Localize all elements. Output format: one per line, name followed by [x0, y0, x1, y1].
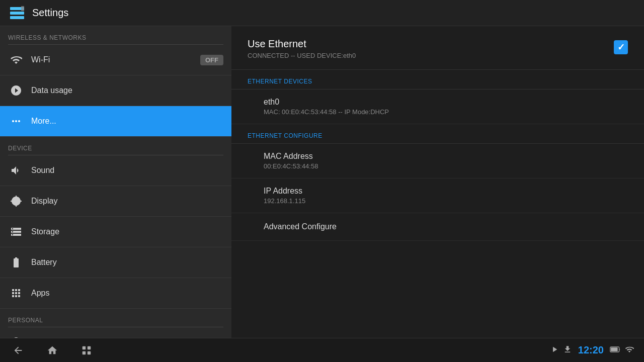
wifi-icon: [8, 52, 24, 68]
apps-icon: [8, 285, 24, 301]
sidebar-item-battery[interactable]: Battery: [0, 247, 231, 278]
display-icon: [8, 193, 24, 209]
sidebar-item-sound[interactable]: Sound: [0, 155, 231, 186]
main-layout: WIRELESS & NETWORKS Wi-Fi OFF Data usage: [0, 26, 644, 338]
content-header-text: Use Ethernet CONNECTED -- USED DEVICE:et…: [248, 38, 356, 59]
content-panel: Use Ethernet CONNECTED -- USED DEVICE:et…: [231, 26, 644, 338]
data-usage-label: Data usage: [31, 86, 223, 95]
battery-label: Battery: [31, 258, 223, 267]
home-button[interactable]: [44, 342, 60, 358]
sound-icon: [8, 162, 24, 178]
more-icon: [8, 113, 24, 129]
location-icon: [8, 334, 24, 338]
eth0-row: eth0 MAC: 00:E0:4C:53:44:58 -- IP Mode:D…: [231, 89, 644, 124]
mac-address-value: 00:E0:4C:53:44:58: [264, 162, 628, 170]
section-header-wireless: WIRELESS & NETWORKS: [0, 26, 231, 44]
content-subtitle: CONNECTED -- USED DEVICE:eth0: [248, 52, 356, 59]
content-title: Use Ethernet: [248, 38, 356, 50]
sidebar-item-apps[interactable]: Apps: [0, 278, 231, 309]
sidebar-item-data-usage[interactable]: Data usage: [0, 75, 231, 106]
sidebar-item-location[interactable]: Location services: [0, 327, 231, 338]
recents-button[interactable]: [78, 342, 95, 358]
wifi-label: Wi-Fi: [31, 55, 200, 64]
status-icons: [550, 345, 572, 356]
section-header-device: DEVICE: [0, 137, 231, 155]
storage-icon: [8, 224, 24, 240]
time-display: 12:20: [578, 344, 604, 356]
section-label-ethernet-configure: ETHERNET CONFIGURE: [231, 124, 644, 144]
svg-rect-2: [10, 16, 24, 19]
eth0-subtitle: MAC: 00:E0:4C:53:44:58 -- IP Mode:DHCP: [264, 108, 628, 116]
sidebar: WIRELESS & NETWORKS Wi-Fi OFF Data usage: [0, 26, 231, 338]
svg-rect-5: [88, 346, 91, 349]
nav-buttons: [10, 342, 95, 358]
ip-address-title: IP Address: [264, 187, 628, 196]
sidebar-item-more[interactable]: More...: [0, 106, 231, 137]
apps-label: Apps: [31, 289, 223, 298]
download-icon: [563, 345, 572, 356]
wifi-toggle[interactable]: OFF: [200, 55, 223, 65]
svg-rect-7: [88, 351, 91, 354]
section-header-personal: PERSONAL: [0, 309, 231, 327]
content-header: Use Ethernet CONNECTED -- USED DEVICE:et…: [231, 26, 644, 70]
display-label: Display: [31, 197, 223, 206]
top-bar: Settings: [0, 0, 644, 26]
battery-signal-icons: [610, 345, 634, 356]
app-icon: [8, 4, 26, 22]
back-button[interactable]: [10, 342, 26, 358]
ethernet-checkbox[interactable]: [614, 40, 628, 54]
eth0-title: eth0: [264, 98, 628, 107]
mac-address-title: MAC Address: [264, 152, 628, 161]
storage-label: Storage: [31, 227, 223, 236]
advanced-configure-row[interactable]: Advanced Configure: [231, 213, 644, 241]
svg-rect-6: [83, 351, 86, 354]
battery-status-icon: [610, 345, 621, 355]
ip-address-row: IP Address 192.168.1.115: [231, 178, 644, 213]
advanced-configure-label: Advanced Configure: [264, 222, 628, 231]
svg-rect-3: [21, 6, 24, 11]
sidebar-item-display[interactable]: Display: [0, 186, 231, 217]
status-bar: 12:20: [550, 344, 634, 356]
mac-address-row: MAC Address 00:E0:4C:53:44:58: [231, 144, 644, 178]
svg-rect-1: [10, 12, 24, 15]
sound-label: Sound: [31, 166, 223, 175]
more-label: More...: [31, 117, 223, 126]
section-label-ethernet-devices: ETHERNET DEVICES: [231, 70, 644, 89]
svg-rect-9: [611, 347, 618, 351]
signal-icon: [625, 345, 634, 356]
play-icon: [550, 345, 559, 356]
app-title: Settings: [32, 7, 68, 19]
sidebar-item-wifi[interactable]: Wi-Fi OFF: [0, 45, 231, 75]
bottom-bar: 12:20: [0, 338, 644, 362]
ip-address-value: 192.168.1.115: [264, 197, 628, 205]
battery-icon: [8, 254, 24, 270]
svg-rect-4: [83, 346, 86, 349]
data-usage-icon: [8, 82, 24, 99]
sidebar-item-storage[interactable]: Storage: [0, 217, 231, 247]
